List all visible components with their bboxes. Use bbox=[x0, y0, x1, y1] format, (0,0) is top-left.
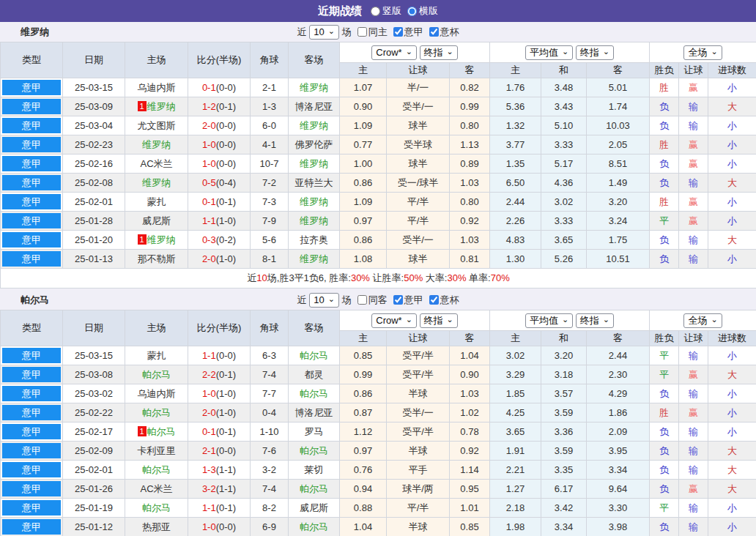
col-handicap: 让球 bbox=[387, 63, 450, 78]
team-link[interactable]: 帕尔马 bbox=[300, 483, 328, 494]
league-badge: 意甲 bbox=[1, 480, 63, 499]
team-link[interactable]: 热那亚 bbox=[142, 521, 171, 532]
cup-option[interactable]: 意杯 bbox=[429, 294, 459, 307]
result-cell: 负 bbox=[650, 250, 679, 269]
team-link[interactable]: 罗马 bbox=[305, 426, 324, 437]
avg-draw-odds: 4.36 bbox=[541, 174, 587, 193]
fulltime-select[interactable]: 全场⌄ bbox=[683, 45, 722, 60]
away-odds: 1.04 bbox=[450, 346, 490, 365]
league-checkbox[interactable] bbox=[393, 27, 403, 37]
team-link[interactable]: 维罗纳 bbox=[300, 120, 328, 131]
team-link[interactable]: 帕尔马 bbox=[142, 407, 171, 418]
team-link[interactable]: 都灵 bbox=[305, 369, 324, 380]
average-select[interactable]: 平均值⌄ bbox=[525, 313, 573, 328]
match-date: 25-03-02 bbox=[63, 384, 125, 403]
team-link[interactable]: 亚特兰大 bbox=[295, 177, 333, 188]
home-team: 1维罗纳 bbox=[125, 97, 188, 116]
cup-checkbox[interactable] bbox=[429, 295, 439, 305]
league-badge: 意甲 bbox=[1, 231, 63, 250]
league-option[interactable]: 意甲 bbox=[393, 294, 423, 307]
team-link[interactable]: 维罗纳 bbox=[300, 82, 328, 93]
team-link[interactable]: 维罗纳 bbox=[300, 196, 328, 207]
horizontal-radio[interactable] bbox=[407, 7, 417, 16]
score: 0-1(0-0) bbox=[188, 78, 251, 97]
team-link[interactable]: 乌迪内斯 bbox=[138, 82, 176, 93]
horizontal-layout-option[interactable]: 横版 bbox=[407, 4, 438, 18]
team-link[interactable]: 帕尔马 bbox=[142, 369, 171, 380]
team-link[interactable]: 博洛尼亚 bbox=[295, 101, 333, 112]
home-odds: 0.99 bbox=[340, 365, 387, 384]
final-index-select[interactable]: 终指⌄ bbox=[420, 313, 458, 328]
home-team: 卡利亚里 bbox=[125, 442, 188, 461]
team-link[interactable]: 威尼斯 bbox=[300, 502, 328, 513]
col-goals: 进球数 bbox=[708, 331, 756, 346]
same-team-option[interactable]: 同主 bbox=[357, 26, 388, 39]
match-date: 25-01-19 bbox=[63, 499, 125, 518]
vertical-layout-option[interactable]: 竖版 bbox=[371, 4, 401, 18]
match-date: 25-02-09 bbox=[63, 442, 125, 461]
team-link[interactable]: 莱切 bbox=[305, 464, 324, 475]
same-team-checkbox[interactable] bbox=[357, 27, 367, 37]
match-row: 意甲25-01-28威尼斯1-1(1-0)7-9维罗纳0.97平/半0.922.… bbox=[1, 212, 756, 231]
avg-draw-odds: 3.34 bbox=[541, 518, 587, 536]
same-team-checkbox[interactable] bbox=[357, 295, 367, 305]
team-link[interactable]: 维罗纳 bbox=[147, 234, 176, 245]
final-index-select[interactable]: 终指⌄ bbox=[420, 45, 458, 60]
team-link[interactable]: 帕尔马 bbox=[300, 521, 328, 532]
odds-source-select[interactable]: Crow*⌄ bbox=[371, 45, 417, 60]
final-index-select-2[interactable]: 终指⌄ bbox=[576, 45, 614, 60]
same-team-option[interactable]: 同客 bbox=[357, 294, 388, 307]
avg-home-odds: 2.21 bbox=[490, 461, 541, 480]
recent-count-select[interactable]: 10⌄ bbox=[309, 25, 339, 40]
team-link[interactable]: 博洛尼亚 bbox=[295, 407, 333, 418]
vertical-radio[interactable] bbox=[371, 7, 380, 16]
team-link[interactable]: 帕尔马 bbox=[300, 445, 328, 456]
odds-source-select[interactable]: Crow*⌄ bbox=[371, 313, 417, 328]
team-link[interactable]: 那不勒斯 bbox=[138, 253, 176, 264]
score: 1-0(1-0) bbox=[188, 384, 251, 403]
away-odds: 0.99 bbox=[450, 97, 490, 116]
handicap-result-cell: 赢 bbox=[679, 365, 708, 384]
league-option[interactable]: 意甲 bbox=[393, 26, 423, 39]
team-link[interactable]: 威尼斯 bbox=[142, 215, 171, 226]
team-link[interactable]: 维罗纳 bbox=[142, 139, 171, 150]
team-link[interactable]: AC米兰 bbox=[140, 158, 172, 169]
match-row: 意甲25-03-04尤文图斯2-0(0-0)6-0维罗纳1.09球半0.801.… bbox=[1, 116, 756, 135]
team-link[interactable]: 拉齐奥 bbox=[300, 234, 328, 245]
team-link[interactable]: 帕尔马 bbox=[300, 388, 328, 399]
team-link[interactable]: 帕尔马 bbox=[147, 426, 176, 437]
team-link[interactable]: 帕尔马 bbox=[300, 350, 328, 361]
avg-draw-odds: 3.35 bbox=[541, 461, 587, 480]
recent-count-select[interactable]: 10⌄ bbox=[309, 293, 339, 308]
match-row: 意甲25-02-08维罗纳0-5(0-4)7-2亚特兰大0.86受一/球半1.0… bbox=[1, 174, 756, 193]
team-link[interactable]: 佛罗伦萨 bbox=[295, 139, 333, 150]
corner-score: 8-1 bbox=[251, 250, 289, 269]
away-odds: 0.80 bbox=[450, 116, 490, 135]
team-link[interactable]: 维罗纳 bbox=[147, 101, 176, 112]
away-team: 拉齐奥 bbox=[289, 231, 340, 250]
team-link[interactable]: 蒙扎 bbox=[147, 350, 166, 361]
handicap-line: 半球 bbox=[387, 442, 450, 461]
team-link[interactable]: 维罗纳 bbox=[142, 177, 171, 188]
team-link[interactable]: 帕尔马 bbox=[142, 502, 171, 513]
team-link[interactable]: 乌迪内斯 bbox=[138, 388, 176, 399]
avg-away-odds: 3.95 bbox=[587, 442, 650, 461]
team-link[interactable]: AC米兰 bbox=[140, 483, 172, 494]
final-index-select-2[interactable]: 终指⌄ bbox=[576, 313, 614, 328]
home-odds: 0.90 bbox=[340, 97, 387, 116]
team-link[interactable]: 卡利亚里 bbox=[138, 445, 176, 456]
average-select[interactable]: 平均值⌄ bbox=[525, 45, 573, 60]
team-link[interactable]: 尤文图斯 bbox=[138, 120, 176, 131]
cup-option[interactable]: 意杯 bbox=[429, 26, 459, 39]
team-link[interactable]: 维罗纳 bbox=[300, 215, 328, 226]
league-checkbox[interactable] bbox=[393, 295, 403, 305]
league-badge: 意甲 bbox=[1, 403, 63, 423]
match-row: 意甲25-01-12热那亚1-0(0-0)6-9帕尔马1.04半球0.851.9… bbox=[1, 518, 756, 536]
team-link[interactable]: 帕尔马 bbox=[142, 464, 171, 475]
team-link[interactable]: 维罗纳 bbox=[300, 253, 328, 264]
cup-checkbox[interactable] bbox=[429, 27, 439, 37]
team-link[interactable]: 维罗纳 bbox=[300, 158, 328, 169]
result-cell: 负 bbox=[650, 480, 679, 499]
team-link[interactable]: 蒙扎 bbox=[147, 196, 166, 207]
fulltime-select[interactable]: 全场⌄ bbox=[683, 313, 722, 328]
